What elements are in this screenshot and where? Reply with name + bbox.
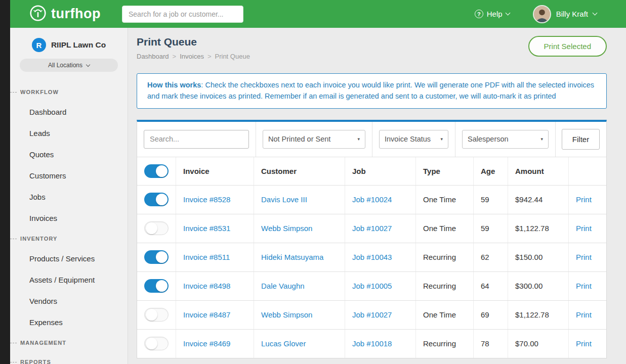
table-row: Invoice #8531 Webb Simpson Job #10027 On…	[137, 214, 606, 243]
filter-bar: Not Printed or Sent ▾ Invoice Status ▾	[137, 122, 606, 157]
chevron-down-icon: ▾	[540, 136, 543, 142]
breadcrumb-print-queue: Print Queue	[215, 53, 250, 60]
toggle-knob	[146, 222, 157, 234]
job-link[interactable]: Job #10043	[352, 253, 392, 261]
job-link[interactable]: Job #10027	[352, 310, 392, 319]
age-cell: 59	[474, 214, 508, 243]
breadcrumb-separator: >	[207, 53, 212, 60]
table-header: Invoice Customer Job Type Age Amount	[137, 157, 606, 185]
row-select-toggle[interactable]	[144, 221, 169, 235]
chevron-down-icon	[86, 62, 90, 66]
job-link[interactable]: Job #10005	[352, 282, 392, 290]
col-header-invoice: Invoice	[176, 157, 254, 185]
row-select-toggle[interactable]	[144, 337, 169, 350]
sidebar-item-invoices[interactable]: Invoices	[10, 207, 128, 229]
sidebar: R RIIPL Lawn Co All Locations WORKFLOW D…	[10, 28, 128, 364]
table-row: Invoice #8487 Webb Simpson Job #10027 On…	[137, 300, 606, 329]
customer-link[interactable]: Webb Simpson	[261, 310, 312, 319]
help-menu[interactable]: ? Help	[475, 10, 510, 18]
type-cell: One Time	[416, 214, 474, 243]
main-content: Print Queue Dashboard > Invoices > Print…	[128, 28, 626, 364]
sidebar-item-products-services[interactable]: Products / Services	[10, 248, 128, 269]
print-link[interactable]: Print	[576, 253, 592, 261]
sidebar-section-management: MANAGEMENT	[10, 340, 128, 346]
table-row: Invoice #8469 Lucas Glover Job #10018 Re…	[137, 329, 606, 358]
invoice-link[interactable]: Invoice #8511	[183, 253, 230, 261]
breadcrumb: Dashboard > Invoices > Print Queue	[137, 53, 250, 60]
invoice-status-dropdown[interactable]: Invoice Status ▾	[379, 130, 448, 149]
customer-link[interactable]: Lucas Glover	[261, 339, 306, 348]
print-link[interactable]: Print	[576, 195, 592, 204]
customer-link[interactable]: Davis Love III	[261, 195, 307, 204]
sidebar-item-expenses[interactable]: Expenses	[10, 311, 128, 333]
print-link[interactable]: Print	[576, 339, 592, 348]
invoice-link[interactable]: Invoice #8469	[183, 339, 230, 348]
table-row: Invoice #8528 Davis Love III Job #10024 …	[137, 185, 606, 214]
row-select-toggle[interactable]	[144, 279, 169, 293]
sidebar-item-dashboard[interactable]: Dashboard	[10, 101, 128, 122]
invoice-link[interactable]: Invoice #8498	[183, 282, 230, 290]
type-cell: Recurring	[416, 330, 474, 358]
chevron-down-icon: ▾	[357, 136, 360, 142]
invoice-link[interactable]: Invoice #8531	[183, 224, 230, 233]
type-cell: One Time	[416, 301, 474, 329]
amount-cell: $942.44	[508, 186, 569, 214]
customer-link[interactable]: Dale Vaughn	[261, 282, 305, 290]
print-link[interactable]: Print	[576, 282, 592, 290]
toggle-knob	[156, 280, 168, 292]
chevron-down-icon	[505, 11, 510, 16]
sidebar-item-jobs[interactable]: Jobs	[10, 186, 128, 207]
sidebar-item-quotes[interactable]: Quotes	[10, 144, 128, 165]
breadcrumb-invoices[interactable]: Invoices	[180, 53, 204, 60]
print-link[interactable]: Print	[576, 224, 592, 233]
help-label: Help	[487, 10, 503, 18]
brand-name: turfhop	[51, 6, 101, 22]
select-all-toggle[interactable]	[144, 164, 169, 178]
col-header-job: Job	[345, 157, 416, 185]
locations-label: All Locations	[48, 62, 82, 69]
company: R RIIPL Lawn Co	[10, 38, 128, 52]
age-cell: 62	[474, 243, 508, 271]
topbar: turfhop ? Help Bil	[10, 0, 626, 28]
row-select-toggle[interactable]	[144, 308, 169, 322]
age-cell: 78	[474, 330, 508, 358]
job-link[interactable]: Job #10018	[352, 339, 392, 348]
row-select-toggle[interactable]	[144, 193, 169, 206]
invoice-link[interactable]: Invoice #8528	[183, 195, 230, 204]
filter-button[interactable]: Filter	[562, 129, 600, 150]
row-select-toggle[interactable]	[144, 250, 169, 264]
chevron-down-icon: ▾	[440, 136, 443, 142]
locations-dropdown[interactable]: All Locations	[20, 59, 118, 72]
sidebar-item-leads[interactable]: Leads	[10, 122, 128, 144]
global-search-input[interactable]	[122, 6, 243, 23]
col-header-customer: Customer	[254, 157, 345, 185]
sidebar-section-workflow: WORKFLOW	[10, 89, 128, 95]
job-link[interactable]: Job #10027	[352, 224, 392, 233]
customer-link[interactable]: Hideki Matsuyama	[261, 253, 323, 261]
sidebar-item-customers[interactable]: Customers	[10, 165, 128, 186]
col-header-amount: Amount	[508, 157, 569, 185]
breadcrumb-dashboard[interactable]: Dashboard	[137, 53, 169, 60]
job-link[interactable]: Job #10024	[352, 195, 392, 204]
toggle-knob	[156, 251, 168, 263]
toggle-knob	[156, 165, 168, 177]
sidebar-item-assets-equipment[interactable]: Assets / Equipment	[10, 269, 128, 290]
amount-cell: $1,122.78	[508, 301, 569, 329]
breadcrumb-separator: >	[173, 53, 177, 60]
invoice-link[interactable]: Invoice #8487	[183, 310, 230, 319]
user-menu[interactable]: Billy Kraft	[533, 5, 597, 23]
table-row: Invoice #8498 Dale Vaughn Job #10005 Rec…	[137, 271, 606, 300]
printed-status-dropdown[interactable]: Not Printed or Sent ▾	[263, 130, 365, 149]
table-search-input[interactable]	[144, 130, 249, 149]
salesperson-dropdown[interactable]: Salesperson ▾	[462, 130, 549, 149]
user-name: Billy Kraft	[556, 10, 588, 18]
customer-link[interactable]: Webb Simpson	[261, 224, 312, 233]
how-this-works-note: How this works: Check the checkboxes nex…	[137, 73, 607, 109]
amount-cell: $70.00	[508, 330, 569, 358]
brand[interactable]: turfhop	[29, 5, 101, 24]
sidebar-item-vendors[interactable]: Vendors	[10, 290, 128, 311]
print-link[interactable]: Print	[576, 310, 592, 319]
print-selected-button[interactable]: Print Selected	[528, 36, 607, 57]
turfhop-logo-icon	[29, 5, 47, 24]
sidebar-section-inventory: INVENTORY	[10, 236, 128, 242]
